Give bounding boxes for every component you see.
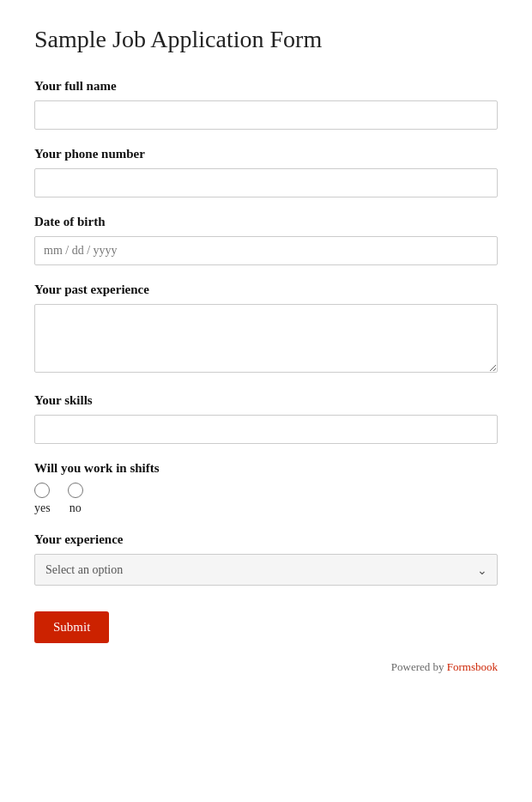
past-experience-group: Your past experience [34, 283, 498, 376]
skills-label: Your skills [34, 393, 498, 408]
phone-number-group: Your phone number [34, 147, 498, 197]
formsbook-link[interactable]: Formsbook [447, 660, 498, 673]
date-of-birth-label: Date of birth [34, 215, 498, 229]
full-name-input[interactable] [34, 100, 498, 130]
phone-number-label: Your phone number [34, 147, 498, 161]
shifts-yes-option: yes [34, 483, 51, 515]
phone-number-input[interactable] [34, 168, 498, 197]
experience-group: Your experience Select an option Entry l… [34, 532, 498, 586]
shifts-no-label: no [70, 501, 82, 515]
experience-label: Your experience [34, 532, 498, 547]
shifts-label: Will you work in shifts [34, 461, 498, 476]
skills-input[interactable] [34, 415, 498, 444]
shifts-group: Will you work in shifts yes no [34, 461, 498, 515]
shifts-yes-label: yes [34, 501, 51, 515]
skills-group: Your skills [34, 393, 498, 444]
experience-select[interactable]: Select an option Entry level Mid level S… [34, 554, 498, 586]
shifts-no-radio[interactable] [68, 483, 83, 498]
page-title: Sample Job Application Form [34, 26, 498, 53]
shifts-yes-radio[interactable] [34, 483, 50, 498]
job-application-form: Your full name Your phone number Date of… [34, 79, 498, 643]
past-experience-label: Your past experience [34, 283, 498, 297]
experience-select-wrapper: Select an option Entry level Mid level S… [34, 554, 498, 586]
submit-button[interactable]: Submit [34, 611, 109, 643]
past-experience-textarea[interactable] [34, 304, 498, 373]
date-of-birth-input[interactable] [34, 236, 498, 265]
full-name-label: Your full name [34, 79, 498, 94]
shifts-no-option: no [68, 483, 83, 515]
shifts-radio-group: yes no [34, 483, 498, 515]
powered-by-text: Powered by [391, 660, 447, 673]
full-name-group: Your full name [34, 79, 498, 130]
powered-by-footer: Powered by Formsbook [34, 660, 498, 674]
date-of-birth-group: Date of birth [34, 215, 498, 265]
